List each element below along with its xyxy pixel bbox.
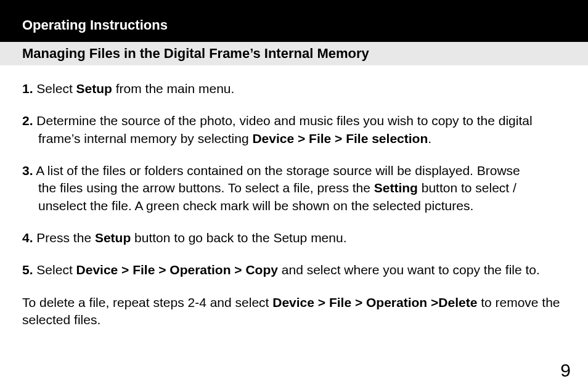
section-title: Managing Files in the Digital Frame’s In… <box>22 46 369 61</box>
step-text: button to go back to the Setup menu. <box>131 231 346 245</box>
header-title: Operating Instructions <box>22 17 168 33</box>
step-3: 3. A list of the files or folders contai… <box>22 162 566 214</box>
step-text: the files using the arrow buttons. To se… <box>38 181 374 195</box>
step-text: Determine the source of the photo, video… <box>33 113 533 128</box>
step-text: button to select / <box>418 181 517 195</box>
step-4: 4. Press the Setup button to go back to … <box>22 229 566 247</box>
step-text: unselect the file. A green check mark wi… <box>38 198 473 213</box>
step-text: frame’s internal memory by selecting <box>38 131 252 145</box>
step-text: . <box>428 131 431 145</box>
step-1: 1. Select Setup from the main menu. <box>22 80 566 97</box>
page-number: 9 <box>560 360 571 381</box>
step-5: 5. Select Device > File > Operation > Co… <box>22 261 566 279</box>
para-bold: Device > File > Operation >Delete <box>272 295 477 309</box>
step-bold: Setting <box>374 181 418 195</box>
delete-paragraph: To delete a file, repeat steps 2-4 and s… <box>22 294 566 329</box>
step-text: Select <box>33 263 76 277</box>
step-bold: Device > File > Operation > Copy <box>76 263 278 277</box>
step-number: 1. <box>22 81 33 96</box>
step-number: 2. <box>22 113 33 128</box>
step-bold: Setup <box>76 81 112 96</box>
para-text: To delete a file, repeat steps 2-4 and s… <box>22 295 272 309</box>
step-text: A list of the files or folders contained… <box>33 163 520 178</box>
step-text: Press the <box>33 231 95 245</box>
step-number: 3. <box>22 163 33 178</box>
step-text: from the main menu. <box>112 81 234 96</box>
content-body: 1. Select Setup from the main menu. 2. D… <box>0 65 588 329</box>
step-bold: Setup <box>95 231 131 245</box>
step-number: 5. <box>22 263 33 277</box>
step-bold: Device > File > File selection <box>252 131 428 145</box>
step-number: 4. <box>22 231 33 245</box>
step-text: Select <box>33 81 76 96</box>
step-2: 2. Determine the source of the photo, vi… <box>22 112 566 147</box>
section-heading: Managing Files in the Digital Frame’s In… <box>0 42 588 65</box>
header-bar: Operating Instructions <box>0 0 588 42</box>
step-text: and select where you want to copy the fi… <box>278 263 540 277</box>
